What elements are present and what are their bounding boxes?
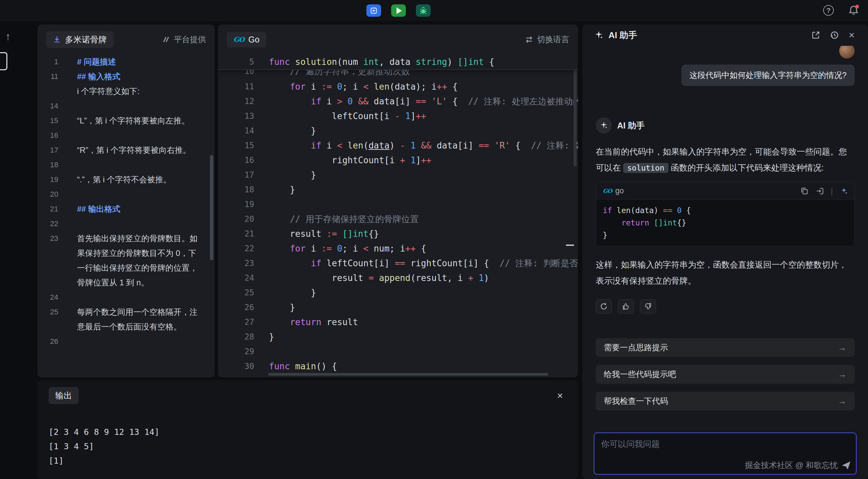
- editor-vscrollbar-thumb[interactable]: [574, 56, 577, 167]
- suggestion-list: 需要一点思路提示→给我一些代码提示吧→帮我检查一下代码→: [582, 338, 868, 410]
- ai-code-line: if len(data) == 0 {: [603, 204, 847, 217]
- scroll-up-icon[interactable]: ↑: [5, 30, 27, 43]
- code-line: 17 }: [218, 168, 578, 182]
- problem-row: 1# 问题描述: [37, 55, 215, 69]
- problem-row: 11## 输入格式: [37, 69, 215, 84]
- left-rail: ↑: [0, 21, 27, 479]
- go-logo-icon: GO: [234, 35, 244, 43]
- language-badge[interactable]: GO Go: [227, 32, 266, 47]
- code-line: 30func main() {: [218, 359, 578, 374]
- ai-input[interactable]: [601, 439, 849, 457]
- watermark-text: 掘金技术社区 @ 和歌忘忧: [745, 460, 838, 471]
- overview-ruler-mark: [566, 244, 574, 246]
- history-icon[interactable]: [830, 30, 839, 40]
- thumbs-down-icon[interactable]: [640, 299, 656, 313]
- code-line: 13 leftCount[i - 1]++: [218, 109, 578, 124]
- output-line: [2 3 4 6 8 9 12 13 14]: [49, 425, 567, 439]
- help-glyph: ?: [827, 6, 831, 14]
- copy-code-icon[interactable]: [800, 186, 809, 195]
- notification-dot: [855, 5, 859, 8]
- send-icon[interactable]: [841, 460, 851, 470]
- problem-title: 多米诺骨牌: [65, 34, 107, 45]
- output-line: [1 3 4 5]: [49, 439, 567, 453]
- ai-code-body: if len(data) == 0 { return []int{}}: [596, 200, 854, 246]
- ai-title: AI 助手: [609, 29, 637, 41]
- problem-row: i 个字符意义如下:: [37, 84, 215, 99]
- arrow-right-icon: →: [838, 343, 846, 353]
- code-line: 24 result = append(result, i + 1): [218, 271, 578, 285]
- editor-header: GO Go 切换语言: [218, 25, 578, 55]
- topbar-right: ?: [823, 5, 859, 16]
- output-title: 输出: [55, 390, 72, 401]
- download-icon: [53, 35, 61, 43]
- screen: ? ↑ 多米诺骨牌: [0, 0, 868, 479]
- suggestion-button[interactable]: 需要一点思路提示→: [596, 338, 855, 357]
- code-line: 21 result := []int{}: [218, 227, 578, 241]
- para1-after: 函数的开头添加以下代码来处理这种情况:: [669, 163, 824, 172]
- clipped-code-line: 10 // 遍历字符串，更新推动次数: [218, 70, 578, 79]
- user-avatar: [839, 46, 855, 59]
- insert-code-icon[interactable]: [815, 186, 824, 195]
- provider-label-wrap: 平台提供: [162, 34, 206, 45]
- ai-code-actions: |: [800, 186, 848, 196]
- user-message-bubble: 这段代码中如何处理输入字符串为空的情况?: [681, 65, 855, 86]
- code-line: 28}: [218, 330, 578, 344]
- regenerate-icon[interactable]: [596, 299, 612, 313]
- ai-input-box[interactable]: 掘金技术社区 @ 和歌忘忧: [594, 433, 857, 475]
- ai-code-lang-wrap: GO go: [603, 186, 624, 195]
- problem-row: 26: [37, 334, 215, 349]
- icon-divider: |: [831, 186, 833, 196]
- editor-hscrollbar-thumb[interactable]: [268, 373, 548, 376]
- editor-content[interactable]: 11 for i := 0; i < len(data); i++ {12 if…: [218, 79, 578, 377]
- suggestion-button[interactable]: 帮我检查一下代码→: [596, 392, 855, 410]
- code-line: 18 }: [218, 182, 578, 197]
- assistant-message-head: AI 助手: [596, 117, 855, 133]
- collapsed-panel-handle[interactable]: [0, 52, 7, 70]
- problem-header: 多米诺骨牌 平台提供: [37, 25, 215, 55]
- help-icon[interactable]: ?: [823, 5, 834, 16]
- bug-icon: [419, 6, 428, 15]
- problem-row: 18: [37, 158, 215, 172]
- close-output-icon[interactable]: ×: [557, 390, 563, 401]
- editor-panel: GO Go 切换语言 5func solution(num int, data …: [218, 25, 578, 377]
- output-panel: 输出 × [2 3 4 6 8 9 12 13 14][1 3 4 5][1]: [37, 380, 578, 479]
- arrow-right-icon: →: [838, 369, 846, 380]
- code-line: 20 // 用于存储保持竖立的骨牌位置: [218, 212, 578, 227]
- ai-assistant-panel: AI 助手 × 这段代码中如何处理输入字符串为空的情况?: [582, 25, 868, 479]
- code-line: 27 return result: [218, 315, 578, 330]
- go-logo-icon-small: GO: [603, 187, 612, 194]
- code-line: 16 rightCount[i + 1]++: [218, 153, 578, 168]
- ai-title-wrap: AI 助手: [594, 29, 637, 41]
- export-chat-icon[interactable]: [811, 30, 820, 40]
- ai-apply-sparkle-icon[interactable]: [840, 186, 848, 195]
- suggestion-button[interactable]: 给我一些代码提示吧→: [596, 365, 855, 384]
- output-title-badge[interactable]: 输出: [49, 387, 79, 404]
- suggestion-label: 帮我检查一下代码: [604, 396, 668, 406]
- message-actions: [596, 299, 855, 313]
- ai-code-lang: go: [615, 186, 624, 195]
- run-controls: [366, 4, 431, 17]
- code-line: 10 // 遍历字符串，更新推动次数: [218, 70, 578, 79]
- ai-code-block: GO go |: [596, 182, 855, 246]
- code-line: 22 for i := 0; i < num; i++ {: [218, 241, 578, 256]
- problem-title-badge[interactable]: 多米诺骨牌: [46, 31, 114, 48]
- problem-row: 22: [37, 216, 215, 231]
- code-line: 12 if i > 0 && data[i] == 'L' { // 注释: 处…: [218, 94, 578, 109]
- suggestion-label: 给我一些代码提示吧: [604, 369, 676, 380]
- output-content: [2 3 4 6 8 9 12 13 14][1 3 4 5][1]: [37, 404, 578, 468]
- thumbs-up-icon[interactable]: [618, 299, 634, 313]
- insert-code-button[interactable]: [366, 4, 381, 17]
- output-header: 输出 ×: [37, 380, 578, 404]
- debug-button[interactable]: [416, 4, 431, 17]
- close-ai-icon[interactable]: ×: [848, 29, 855, 41]
- watermark-wrap: 掘金技术社区 @ 和歌忘忧: [745, 460, 851, 471]
- notification-bell-icon[interactable]: [848, 5, 859, 16]
- output-line: [1]: [49, 453, 567, 468]
- run-button[interactable]: [391, 4, 406, 17]
- code-line: 15 if i < len(data) - 1 && data[i] == 'R…: [218, 138, 578, 153]
- switch-language-button[interactable]: 切换语言: [525, 34, 569, 45]
- problem-row: 14: [37, 99, 215, 113]
- assistant-name: AI 助手: [617, 120, 645, 131]
- sticky-scope-line: 5func solution(num int, data string) []i…: [218, 55, 578, 70]
- problem-scrollbar-thumb[interactable]: [210, 155, 213, 260]
